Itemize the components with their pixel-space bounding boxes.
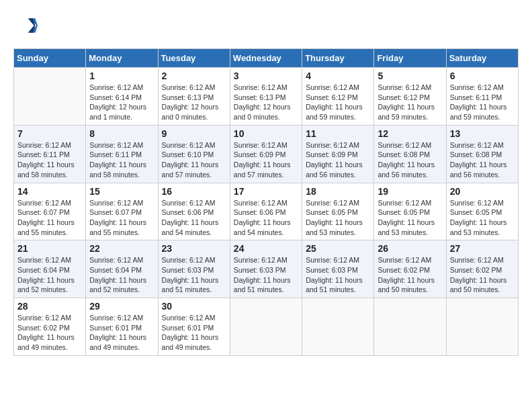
calendar-cell: 20Sunrise: 6:12 AMSunset: 6:05 PMDayligh… [446, 183, 518, 240]
day-info: Sunrise: 6:12 AMSunset: 6:11 PMDaylight:… [450, 83, 515, 122]
day-number: 23 [162, 243, 226, 254]
day-number: 20 [450, 186, 515, 197]
day-number: 13 [450, 128, 515, 139]
calendar-cell: 27Sunrise: 6:12 AMSunset: 6:02 PMDayligh… [446, 240, 518, 298]
day-info: Sunrise: 6:12 AMSunset: 6:01 PMDaylight:… [162, 313, 226, 353]
day-info: Sunrise: 6:12 AMSunset: 6:12 PMDaylight:… [306, 83, 370, 122]
day-number: 3 [234, 71, 298, 81]
day-number: 30 [162, 301, 226, 312]
calendar-cell: 4Sunrise: 6:12 AMSunset: 6:12 PMDaylight… [302, 68, 374, 126]
day-info: Sunrise: 6:12 AMSunset: 6:04 PMDaylight:… [89, 255, 154, 295]
calendar-cell: 23Sunrise: 6:12 AMSunset: 6:03 PMDayligh… [158, 240, 230, 298]
calendar-cell: 14Sunrise: 6:12 AMSunset: 6:07 PMDayligh… [14, 183, 86, 240]
calendar-cell: 10Sunrise: 6:12 AMSunset: 6:09 PMDayligh… [230, 125, 302, 183]
day-header-saturday: Saturday [446, 49, 518, 68]
calendar-cell: 3Sunrise: 6:12 AMSunset: 6:13 PMDaylight… [230, 68, 302, 126]
calendar-cell: 30Sunrise: 6:12 AMSunset: 6:01 PMDayligh… [158, 298, 230, 356]
day-header-thursday: Thursday [302, 49, 374, 68]
page-header [13, 13, 519, 38]
calendar-cell: 15Sunrise: 6:12 AMSunset: 6:07 PMDayligh… [86, 183, 158, 240]
day-number: 11 [306, 128, 370, 139]
calendar-cell: 16Sunrise: 6:12 AMSunset: 6:06 PMDayligh… [158, 183, 230, 240]
calendar-cell: 25Sunrise: 6:12 AMSunset: 6:03 PMDayligh… [302, 240, 374, 298]
calendar-table: SundayMondayTuesdayWednesdayThursdayFrid… [13, 48, 519, 356]
day-info: Sunrise: 6:12 AMSunset: 6:13 PMDaylight:… [234, 83, 298, 122]
day-info: Sunrise: 6:12 AMSunset: 6:11 PMDaylight:… [17, 140, 82, 180]
calendar-cell [446, 298, 518, 356]
day-info: Sunrise: 6:12 AMSunset: 6:10 PMDaylight:… [162, 140, 226, 180]
calendar-header-row: SundayMondayTuesdayWednesdayThursdayFrid… [14, 49, 519, 68]
day-number: 8 [89, 128, 154, 139]
day-number: 26 [378, 243, 442, 254]
calendar-cell: 24Sunrise: 6:12 AMSunset: 6:03 PMDayligh… [230, 240, 302, 298]
day-number: 9 [162, 128, 226, 139]
calendar-cell: 17Sunrise: 6:12 AMSunset: 6:06 PMDayligh… [230, 183, 302, 240]
day-info: Sunrise: 6:12 AMSunset: 6:12 PMDaylight:… [378, 83, 442, 122]
calendar-cell: 5Sunrise: 6:12 AMSunset: 6:12 PMDaylight… [374, 68, 446, 126]
calendar-cell: 8Sunrise: 6:12 AMSunset: 6:11 PMDaylight… [86, 125, 158, 183]
day-header-tuesday: Tuesday [158, 49, 230, 68]
calendar-cell: 19Sunrise: 6:12 AMSunset: 6:05 PMDayligh… [374, 183, 446, 240]
day-info: Sunrise: 6:12 AMSunset: 6:13 PMDaylight:… [162, 83, 226, 122]
day-info: Sunrise: 6:12 AMSunset: 6:07 PMDaylight:… [17, 198, 82, 238]
calendar-cell: 29Sunrise: 6:12 AMSunset: 6:01 PMDayligh… [86, 298, 158, 356]
day-info: Sunrise: 6:12 AMSunset: 6:03 PMDaylight:… [162, 255, 226, 295]
calendar-cell [14, 68, 86, 126]
calendar-week-row: 1Sunrise: 6:12 AMSunset: 6:14 PMDaylight… [14, 68, 519, 126]
day-info: Sunrise: 6:12 AMSunset: 6:02 PMDaylight:… [378, 255, 442, 295]
day-info: Sunrise: 6:12 AMSunset: 6:03 PMDaylight:… [306, 255, 370, 295]
logo [13, 13, 40, 38]
day-number: 29 [89, 301, 154, 312]
day-number: 5 [378, 71, 442, 81]
calendar-cell [302, 298, 374, 356]
day-header-monday: Monday [86, 49, 158, 68]
day-header-wednesday: Wednesday [230, 49, 302, 68]
calendar-cell: 22Sunrise: 6:12 AMSunset: 6:04 PMDayligh… [86, 240, 158, 298]
day-info: Sunrise: 6:12 AMSunset: 6:05 PMDaylight:… [378, 198, 442, 238]
day-info: Sunrise: 6:12 AMSunset: 6:14 PMDaylight:… [89, 83, 154, 122]
day-info: Sunrise: 6:12 AMSunset: 6:02 PMDaylight:… [450, 255, 515, 295]
day-number: 2 [162, 71, 226, 81]
day-info: Sunrise: 6:12 AMSunset: 6:07 PMDaylight:… [89, 198, 154, 238]
day-info: Sunrise: 6:12 AMSunset: 6:08 PMDaylight:… [378, 140, 442, 180]
calendar-cell: 1Sunrise: 6:12 AMSunset: 6:14 PMDaylight… [86, 68, 158, 126]
calendar-week-row: 28Sunrise: 6:12 AMSunset: 6:02 PMDayligh… [14, 298, 519, 356]
calendar-cell: 2Sunrise: 6:12 AMSunset: 6:13 PMDaylight… [158, 68, 230, 126]
calendar-cell: 12Sunrise: 6:12 AMSunset: 6:08 PMDayligh… [374, 125, 446, 183]
day-number: 28 [17, 301, 82, 312]
calendar-cell: 28Sunrise: 6:12 AMSunset: 6:02 PMDayligh… [14, 298, 86, 356]
day-number: 18 [306, 186, 370, 197]
day-number: 25 [306, 243, 370, 254]
day-info: Sunrise: 6:12 AMSunset: 6:08 PMDaylight:… [450, 140, 515, 180]
calendar-week-row: 21Sunrise: 6:12 AMSunset: 6:04 PMDayligh… [14, 240, 519, 298]
day-number: 14 [17, 186, 82, 197]
day-info: Sunrise: 6:12 AMSunset: 6:09 PMDaylight:… [234, 140, 298, 180]
calendar-cell: 13Sunrise: 6:12 AMSunset: 6:08 PMDayligh… [446, 125, 518, 183]
day-info: Sunrise: 6:12 AMSunset: 6:01 PMDaylight:… [89, 313, 154, 353]
day-number: 16 [162, 186, 226, 197]
calendar-cell: 11Sunrise: 6:12 AMSunset: 6:09 PMDayligh… [302, 125, 374, 183]
day-number: 22 [89, 243, 154, 254]
calendar-cell [374, 298, 446, 356]
day-info: Sunrise: 6:12 AMSunset: 6:04 PMDaylight:… [17, 255, 82, 295]
calendar-cell [230, 298, 302, 356]
day-info: Sunrise: 6:12 AMSunset: 6:06 PMDaylight:… [234, 198, 298, 238]
day-info: Sunrise: 6:12 AMSunset: 6:05 PMDaylight:… [450, 198, 515, 238]
day-number: 10 [234, 128, 298, 139]
day-number: 27 [450, 243, 515, 254]
day-number: 21 [17, 243, 82, 254]
day-number: 15 [89, 186, 154, 197]
day-header-sunday: Sunday [14, 49, 86, 68]
day-number: 6 [450, 71, 515, 81]
day-info: Sunrise: 6:12 AMSunset: 6:02 PMDaylight:… [17, 313, 82, 353]
calendar-cell: 21Sunrise: 6:12 AMSunset: 6:04 PMDayligh… [14, 240, 86, 298]
calendar-cell: 26Sunrise: 6:12 AMSunset: 6:02 PMDayligh… [374, 240, 446, 298]
day-header-friday: Friday [374, 49, 446, 68]
day-number: 24 [234, 243, 298, 254]
day-info: Sunrise: 6:12 AMSunset: 6:03 PMDaylight:… [234, 255, 298, 295]
calendar-cell: 6Sunrise: 6:12 AMSunset: 6:11 PMDaylight… [446, 68, 518, 126]
calendar-cell: 7Sunrise: 6:12 AMSunset: 6:11 PMDaylight… [14, 125, 86, 183]
day-number: 4 [306, 71, 370, 81]
day-number: 17 [234, 186, 298, 197]
day-number: 12 [378, 128, 442, 139]
